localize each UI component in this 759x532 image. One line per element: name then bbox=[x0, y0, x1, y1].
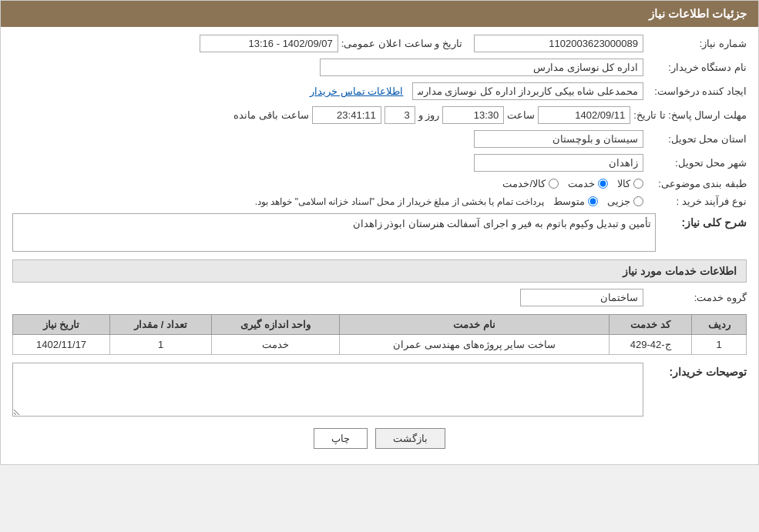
page-title: جزئیات اطلاعات نیاز bbox=[649, 7, 747, 20]
deadline-date-input[interactable] bbox=[538, 106, 630, 124]
buttons-row: بازگشت چاپ bbox=[12, 428, 747, 449]
process-row: نوع فرآیند خرید : جزیی متوسط پرداخت تمام… bbox=[12, 196, 747, 207]
col-service-name: نام خدمت bbox=[340, 315, 610, 335]
need-description-value: تأمین و تبدیل وکیوم باتوم به فیر و اجرای… bbox=[12, 213, 656, 252]
cell-service-name: ساخت سایر پروژه‌های مهندسی عمران bbox=[340, 335, 610, 355]
cell-quantity: 1 bbox=[110, 335, 212, 355]
category-kala-khadamat: کالا/خدمت bbox=[502, 178, 559, 189]
process-motovaset-label: متوسط bbox=[553, 196, 585, 207]
service-group-label: گروه خدمت: bbox=[646, 292, 747, 303]
col-quantity: تعداد / مقدار bbox=[110, 315, 212, 335]
category-row: طبقه بندی موضوعی: کالا خدمت کالا/خدمت bbox=[12, 178, 747, 189]
cell-row-num: 1 bbox=[692, 335, 747, 355]
category-khadamat: خدمت bbox=[568, 178, 608, 189]
back-button[interactable]: بازگشت bbox=[375, 428, 445, 449]
category-radio-group: کالا خدمت کالا/خدمت bbox=[502, 178, 643, 189]
deadline-remaining-label: ساعت باقی مانده bbox=[233, 109, 308, 121]
buyer-desc-label: توصیحات خریدار: bbox=[646, 363, 747, 378]
need-number-input[interactable] bbox=[474, 35, 643, 52]
requester-row: ایجاد کننده درخواست: اطلاعات تماس خریدار bbox=[12, 82, 747, 100]
page-header: جزئیات اطلاعات نیاز bbox=[1, 1, 758, 27]
cell-service-code: ج-42-429 bbox=[609, 335, 691, 355]
requester-input[interactable] bbox=[412, 82, 643, 100]
process-jozvi: جزیی bbox=[607, 196, 643, 207]
deadline-label: مهلت ارسال پاسخ: تا تاریخ: bbox=[633, 109, 747, 121]
city-label: شهر محل تحویل: bbox=[646, 157, 747, 169]
category-kala-khadamat-radio[interactable] bbox=[549, 179, 559, 189]
need-number-label: شماره نیاز: bbox=[646, 38, 747, 49]
province-input[interactable] bbox=[474, 130, 643, 148]
deadline-row: مهلت ارسال پاسخ: تا تاریخ: ساعت روز و سا… bbox=[12, 106, 747, 124]
announce-date-label: تاریخ و ساعت اعلان عمومی: bbox=[341, 38, 462, 49]
deadline-days-label: روز و bbox=[418, 109, 440, 121]
category-label: طبقه بندی موضوعی: bbox=[646, 178, 747, 189]
table-row: 1 ج-42-429 ساخت سایر پروژه‌های مهندسی عم… bbox=[13, 335, 747, 355]
process-label: نوع فرآیند خرید : bbox=[646, 196, 747, 207]
need-description-label: شرح کلی نیاز: bbox=[662, 213, 747, 229]
services-table: ردیف کد خدمت نام خدمت واحد اندازه گیری ت… bbox=[12, 314, 747, 355]
col-row-num: ردیف bbox=[692, 315, 747, 335]
services-table-section: ردیف کد خدمت نام خدمت واحد اندازه گیری ت… bbox=[12, 314, 747, 355]
need-number-row: شماره نیاز: تاریخ و ساعت اعلان عمومی: bbox=[12, 35, 747, 52]
service-group-input[interactable] bbox=[520, 289, 643, 306]
category-kala-khadamat-label: کالا/خدمت bbox=[502, 178, 546, 189]
process-jozvi-radio[interactable] bbox=[633, 196, 643, 206]
cell-date: 1402/11/17 bbox=[13, 335, 110, 355]
category-kala-label: کالا bbox=[617, 178, 630, 189]
buyer-desc-row: توصیحات خریدار: bbox=[12, 363, 747, 417]
col-unit: واحد اندازه گیری bbox=[212, 315, 340, 335]
need-description-row: شرح کلی نیاز: تأمین و تبدیل وکیوم باتوم … bbox=[12, 213, 747, 252]
category-kala: کالا bbox=[617, 178, 643, 189]
requester-label: ایجاد کننده درخواست: bbox=[646, 85, 747, 97]
category-kala-radio[interactable] bbox=[633, 179, 643, 189]
deadline-remaining-input[interactable] bbox=[312, 106, 381, 124]
deadline-time-input[interactable] bbox=[442, 106, 504, 124]
buyer-org-input[interactable] bbox=[320, 59, 643, 76]
service-group-row: گروه خدمت: bbox=[12, 289, 747, 306]
province-row: استان محل تحویل: bbox=[12, 130, 747, 148]
table-header-row: ردیف کد خدمت نام خدمت واحد اندازه گیری ت… bbox=[13, 315, 747, 335]
province-label: استان محل تحویل: bbox=[646, 133, 747, 145]
category-khadamat-radio[interactable] bbox=[598, 179, 608, 189]
cell-unit: خدمت bbox=[212, 335, 340, 355]
process-motovaset: متوسط bbox=[553, 196, 598, 207]
announce-date-input[interactable] bbox=[200, 35, 338, 52]
buyer-org-label: نام دستگاه خریدار: bbox=[646, 62, 747, 73]
services-section-title: اطلاعات خدمات مورد نیاز bbox=[12, 259, 747, 283]
process-motovaset-radio[interactable] bbox=[588, 196, 598, 206]
deadline-time-label: ساعت bbox=[507, 109, 535, 121]
city-input[interactable] bbox=[474, 154, 643, 172]
print-button[interactable]: چاپ bbox=[314, 428, 368, 449]
buyer-desc-textarea[interactable] bbox=[12, 363, 643, 417]
process-note: پرداخت تمام یا بخشی از مبلغ خریدار از مح… bbox=[255, 196, 544, 207]
city-row: شهر محل تحویل: bbox=[12, 154, 747, 172]
category-khadamat-label: خدمت bbox=[568, 178, 595, 189]
page-content: شماره نیاز: تاریخ و ساعت اعلان عمومی: نا… bbox=[1, 27, 758, 464]
col-service-code: کد خدمت bbox=[609, 315, 691, 335]
process-jozvi-label: جزیی bbox=[607, 196, 630, 207]
page-wrapper: جزئیات اطلاعات نیاز شماره نیاز: تاریخ و … bbox=[0, 0, 759, 465]
deadline-days-input[interactable] bbox=[385, 106, 415, 124]
process-radio-group: جزیی متوسط پرداخت تمام یا بخشی از مبلغ خ… bbox=[255, 196, 643, 207]
col-date: تاریخ نیاز bbox=[13, 315, 110, 335]
contact-link[interactable]: اطلاعات تماس خریدار bbox=[310, 85, 403, 97]
buyer-org-row: نام دستگاه خریدار: bbox=[12, 59, 747, 76]
